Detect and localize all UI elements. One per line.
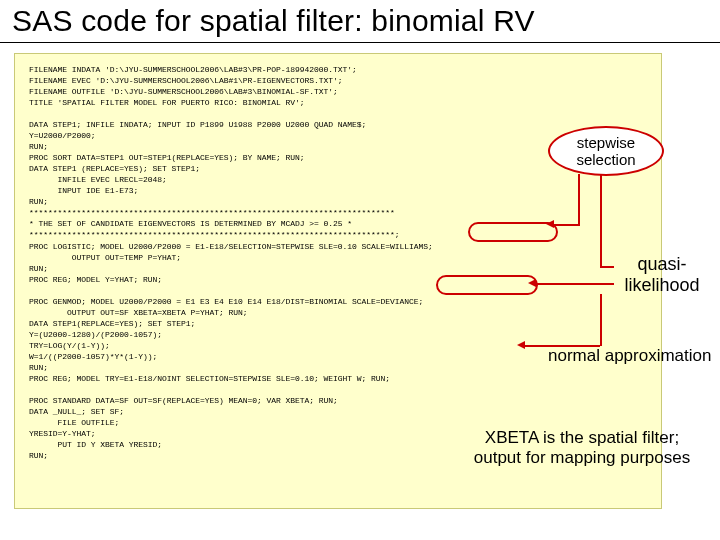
annotation-scale-williams-oval bbox=[468, 222, 558, 242]
code-text: FILENAME INDATA 'D:\JYU-SUMMERSCHOOL2006… bbox=[29, 65, 433, 460]
connector-line bbox=[600, 174, 602, 268]
annotation-stepwise-label: stepwise selection bbox=[576, 134, 635, 169]
connector-line bbox=[553, 224, 580, 226]
annotation-normal-approx: normal approximation bbox=[548, 346, 711, 366]
annotation-stepwise-selection: stepwise selection bbox=[548, 126, 664, 176]
connector-line bbox=[578, 174, 580, 224]
annotation-xbeta-output: XBETA is the spatial filter; output for … bbox=[452, 428, 712, 467]
connector-line bbox=[534, 283, 614, 285]
connector-line bbox=[600, 294, 602, 346]
annotation-quasi-likelihood: quasi- likelihood bbox=[612, 254, 712, 295]
page-title: SAS code for spatial filter: binomial RV bbox=[0, 0, 720, 43]
annotation-scale-deviance-oval bbox=[436, 275, 538, 295]
arrowhead-icon bbox=[517, 341, 525, 349]
